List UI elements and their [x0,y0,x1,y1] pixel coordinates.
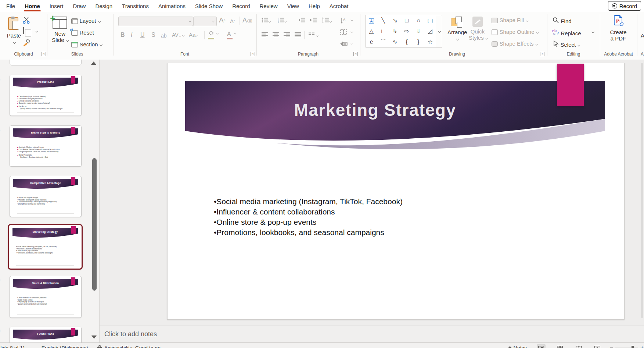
paste-icon [8,17,18,30]
language-button[interactable]: English (Philippines) [42,345,88,348]
pink-ribbon-shape[interactable] [557,64,584,106]
elbow-arrow-connector-icon[interactable]: ↳ [392,28,397,34]
menu-tab-review[interactable]: Review [255,0,283,12]
ribbon: Paste Clipboard ↘ + New Slide Layout [0,12,644,60]
thumbnail-slide-6[interactable]: Brand Style & Identity▸Aesthetic: Modern… [10,125,82,167]
menu-tab-slide-show[interactable]: Slide Show [190,0,227,12]
left-brace-icon[interactable]: { [406,39,407,45]
notes-pane[interactable]: Click to add notes [100,326,644,343]
menu-tab-draw[interactable]: Draw [68,0,90,12]
drawing-dialog-launcher[interactable]: ↘ [540,52,544,56]
menu-tab-animations[interactable]: Animations [154,0,190,12]
thumbnail-pink-tab-shape [71,226,76,234]
section-button[interactable]: Section [71,41,102,48]
select-button[interactable]: Select [553,40,579,48]
create-pdf-button[interactable]: Create a PDF [606,15,630,42]
text-box-icon[interactable]: A [369,18,374,24]
notes-placeholder[interactable]: Click to add notes [104,330,157,338]
menu-tab-file[interactable]: File [1,0,20,12]
reset-button[interactable]: Reset [71,29,94,36]
section-label: Section [79,41,98,47]
freeform-shape-icon[interactable]: ◿ [428,28,432,34]
thumbnail-banner-graphic [13,279,78,291]
justify-icon [295,32,301,37]
menu-tab-view[interactable]: View [283,0,304,12]
isosceles-triangle-icon[interactable]: △ [369,28,374,34]
slide-bullet-line[interactable]: •Promotions, lookbooks, and seasonal cam… [214,227,403,238]
layout-icon [71,18,78,24]
scribble-icon[interactable]: ℮ [370,39,373,45]
clipboard-dialog-launcher[interactable]: ↘ [42,52,46,56]
copy-dropdown[interactable] [35,29,38,32]
bullets-icon [262,17,268,23]
thumbnails-scrollbar[interactable] [92,158,97,291]
slide-bullet-line[interactable]: •Social media marketing (Instagram, TikT… [214,196,403,207]
reading-view-icon [576,346,582,348]
notes-toggle-button[interactable]: Notes [508,345,527,348]
zoom-out-button[interactable]: − [609,344,613,348]
zoom-in-button[interactable]: + [640,344,644,348]
thumbnail-slide-9[interactable]: Sales & Distribution•Online website / e-… [10,276,82,318]
menu-tab-transitions[interactable]: Transitions [117,0,154,12]
reset-label: Reset [79,29,94,36]
copy-button[interactable] [23,28,24,34]
new-slide-button[interactable]: + New Slide [51,17,68,43]
right-arrow-icon[interactable]: ⇨ [404,28,409,34]
paste-button[interactable]: Paste [7,17,21,45]
layout-button[interactable]: Layout [71,18,100,24]
thumbnail-slide-5[interactable]: Product Line▸Casual wear (tops, bottoms,… [10,75,82,116]
editor-scrollbar[interactable] [641,63,643,318]
line-icon[interactable]: ╲ [381,18,385,24]
elbow-connector-icon[interactable]: ∟ [380,28,386,34]
thumbnail-footer-line [17,163,74,163]
slide-bullet-line[interactable]: •Influencer & content collaborations [214,207,403,217]
zoom-slider-knob[interactable] [632,346,634,348]
slide-body-text[interactable]: •Social media marketing (Instagram, TikT… [214,196,403,238]
menu-tab-insert[interactable]: Insert [45,0,68,12]
menu-tab-acrobat[interactable]: Acrobat [325,0,353,12]
cut-button[interactable] [23,17,30,25]
replace-button[interactable]: b c Replace [552,29,581,37]
shapes-gallery-more-button[interactable] [436,15,442,48]
accessibility-button[interactable]: Accessibility: Good to go [97,345,161,348]
menu-tab-design[interactable]: Design [90,0,117,12]
rounded-rectangle-icon[interactable]: ▢ [427,18,433,24]
thumbnail-banner [13,78,78,91]
record-button[interactable]: Record [608,1,641,11]
slide-title[interactable]: Marketing Strategy [294,100,456,120]
font-dialog-launcher[interactable]: ↘ [251,52,255,56]
replace-dropdown[interactable] [591,30,594,33]
format-painter-button[interactable] [22,39,31,48]
reading-view-button[interactable] [574,344,583,348]
down-arrow-icon[interactable]: ⇩ [416,28,421,34]
title-banner-shape[interactable]: Marketing Strategy [185,81,605,158]
right-brace-icon[interactable]: } [417,39,419,45]
curve-icon[interactable]: ∿ [392,39,397,45]
arc-icon[interactable]: ⌒ [380,39,386,45]
thumbnails-scroll-up-button[interactable] [91,61,96,65]
slideshow-view-button[interactable] [593,344,602,348]
slide-bullet-line[interactable]: •Online store & pop-up events [214,217,403,227]
rectangle-icon[interactable]: □ [405,18,409,24]
menu-tabs: FileHomeInsertDrawDesignTransitionsAnima… [1,0,353,12]
thumbnail-pink-tab-shape [71,177,75,185]
oval-icon[interactable]: ○ [417,18,420,24]
normal-view-button[interactable] [537,344,546,348]
thumbnail-slide-10[interactable]: Future Plans [10,327,82,342]
menu-tab-help[interactable]: Help [304,0,325,12]
decrease-indent-button [298,17,305,24]
star-icon[interactable]: ☆ [428,39,433,45]
paragraph-dialog-launcher[interactable]: ↘ [353,52,358,56]
clear-formatting-button: A⌫ [242,17,252,25]
menu-tab-home[interactable]: Home [20,0,45,12]
menu-tab-record[interactable]: Record [227,0,255,12]
thumbnail-partial-previous[interactable] [10,60,82,65]
find-button[interactable]: Find [553,17,572,25]
thumbnails-scroll-down-button[interactable] [91,335,97,339]
arrow-icon[interactable]: ↘ [392,18,397,24]
arrange-button[interactable]: Arrange [447,17,467,42]
thumbnail-slide-7[interactable]: Competitive Advantage•Unique and origina… [10,176,82,217]
thumbnail-slide-8-selected[interactable]: Marketing Strategy•Social media marketin… [8,224,83,270]
underline-button: U [140,31,145,39]
slide-sorter-view-button[interactable] [555,344,564,348]
